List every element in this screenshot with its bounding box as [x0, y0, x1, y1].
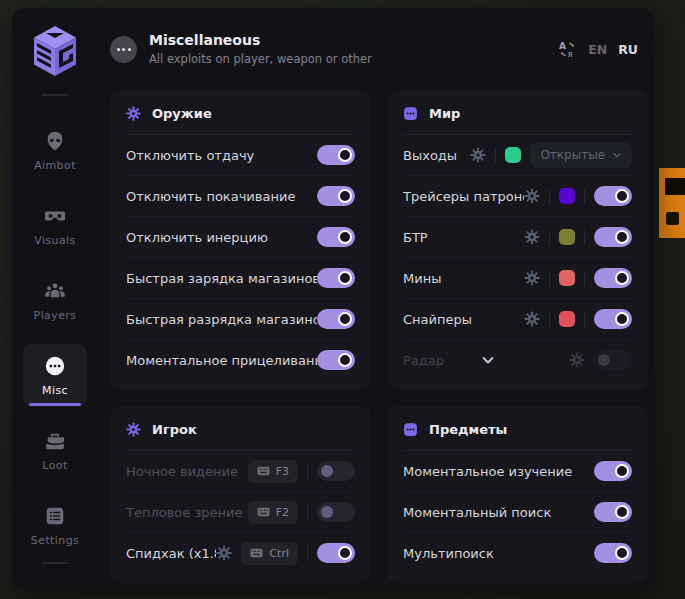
setting-label: Тепловое зрение: [126, 505, 243, 520]
expand-chevron-icon[interactable]: [480, 352, 496, 368]
section-card: ПредметыМоментальное изучениеМоментальны…: [387, 406, 648, 583]
toggle-switch[interactable]: [594, 350, 632, 370]
sidebar-item-visuals[interactable]: Visuals: [23, 194, 87, 256]
row-controls: [569, 350, 632, 370]
section-card: МирВыходыОткрытыеТрейсеры патроновБТРМин…: [387, 90, 648, 390]
setting-label: Отключить покачивание: [126, 189, 295, 204]
toggle-switch[interactable]: [317, 186, 355, 206]
keybind-badge[interactable]: Ctrl: [241, 542, 298, 565]
setting-row: Мультипоиск: [403, 532, 632, 573]
toggle-knob: [615, 505, 629, 519]
sidebar: AimbotVisualsPlayersMiscLootSettings: [12, 8, 98, 590]
setting-label: Трейсеры патронов: [403, 189, 524, 204]
toggle-switch[interactable]: [317, 350, 355, 370]
color-swatch[interactable]: [559, 229, 575, 245]
toggle-switch[interactable]: [317, 268, 355, 288]
toggle-knob: [321, 506, 333, 518]
sidebar-item-label: Loot: [42, 459, 67, 472]
color-swatch[interactable]: [505, 147, 521, 163]
page-titles: Miscellaneous All exploits on player, we…: [149, 32, 372, 66]
color-swatch[interactable]: [559, 270, 575, 286]
sidebar-nav: AimbotVisualsPlayersMiscLootSettings: [12, 106, 98, 556]
setting-label: Быстрая разрядка магазинов: [126, 312, 317, 327]
row-controls: [317, 186, 355, 206]
row-controls: [317, 350, 355, 370]
divider: [307, 464, 308, 479]
sidebar-item-players[interactable]: Players: [23, 269, 87, 331]
color-swatch[interactable]: [559, 311, 575, 327]
divider: [42, 562, 68, 564]
app-logo-icon: [31, 24, 79, 78]
chevron-down-icon: [612, 150, 622, 160]
setting-row: Ночное видениеF3: [126, 451, 355, 491]
divider: [495, 148, 496, 163]
toggle-switch[interactable]: [594, 461, 632, 481]
toggle-switch[interactable]: [317, 543, 355, 563]
sidebar-item-label: Settings: [31, 534, 79, 547]
toggle-switch[interactable]: [594, 268, 632, 288]
setting-row: Моментальное прицеливание: [126, 339, 355, 380]
setting-label: Мины: [403, 271, 441, 286]
setting-label: Моментальный поиск: [403, 505, 551, 520]
row-settings-gear-icon[interactable]: [524, 188, 540, 204]
row-settings-gear-icon[interactable]: [470, 147, 486, 163]
row-controls: F3: [248, 460, 355, 483]
lang-en-button[interactable]: EN: [588, 42, 607, 57]
toggle-switch[interactable]: [594, 502, 632, 522]
setting-row: Отключить отдачу: [126, 135, 355, 175]
players-icon: [44, 280, 66, 302]
divider: [549, 189, 550, 204]
toggle-knob: [338, 189, 352, 203]
toggle-switch[interactable]: [594, 186, 632, 206]
setting-row: Мины: [403, 257, 632, 298]
toggle-switch[interactable]: [317, 502, 355, 522]
toggle-switch[interactable]: [594, 227, 632, 247]
sidebar-item-loot[interactable]: Loot: [23, 419, 87, 481]
row-settings-gear-icon[interactable]: [569, 352, 585, 368]
divider: [584, 189, 585, 204]
setting-label: Отключить отдачу: [126, 148, 254, 163]
dropdown-select[interactable]: Открытые: [530, 142, 632, 168]
setting-row: ВыходыОткрытые: [403, 135, 632, 175]
toggle-switch[interactable]: [594, 543, 632, 563]
row-controls: [524, 227, 632, 247]
toggle-switch[interactable]: [317, 309, 355, 329]
sidebar-item-misc[interactable]: Misc: [23, 344, 87, 406]
row-controls: [594, 543, 632, 563]
ellipsis-circle-icon: [44, 355, 66, 377]
keybind-badge[interactable]: F2: [248, 501, 298, 524]
section-header: Игрок: [126, 406, 355, 450]
toggle-knob: [615, 546, 629, 560]
row-controls: [594, 502, 632, 522]
toggle-switch[interactable]: [317, 145, 355, 165]
toggle-knob: [615, 230, 629, 244]
toggle-switch[interactable]: [594, 309, 632, 329]
sidebar-item-settings[interactable]: Settings: [23, 494, 87, 556]
section-title: Игрок: [152, 422, 197, 437]
row-settings-gear-icon[interactable]: [216, 545, 232, 561]
keybind-badge[interactable]: F3: [248, 460, 298, 483]
cheat-menu-window: AimbotVisualsPlayersMiscLootSettings Mis…: [12, 8, 654, 590]
lang-ru-button[interactable]: RU: [618, 42, 638, 57]
row-settings-gear-icon[interactable]: [524, 229, 540, 245]
setting-row: Снайперы: [403, 298, 632, 339]
setting-row: Тепловое зрениеF2: [126, 491, 355, 532]
section-title: Предметы: [429, 422, 507, 437]
settings-panel-icon: [44, 505, 66, 527]
toggle-knob: [338, 230, 352, 244]
row-settings-gear-icon[interactable]: [524, 270, 540, 286]
setting-label: БТР: [403, 230, 428, 245]
toggle-switch[interactable]: [317, 461, 355, 481]
toggle-knob: [338, 546, 352, 560]
background-game-artifact: [659, 168, 685, 238]
row-settings-gear-icon[interactable]: [524, 311, 540, 327]
vr-goggles-icon: [44, 205, 66, 227]
keyboard-icon: [250, 548, 263, 558]
section-header: Оружие: [126, 90, 355, 134]
toggle-switch[interactable]: [317, 227, 355, 247]
toggle-knob: [338, 312, 352, 326]
page-title: Miscellaneous: [149, 32, 372, 48]
color-swatch[interactable]: [559, 188, 575, 204]
sidebar-item-aimbot[interactable]: Aimbot: [23, 119, 87, 181]
setting-row: Радар: [403, 339, 632, 380]
